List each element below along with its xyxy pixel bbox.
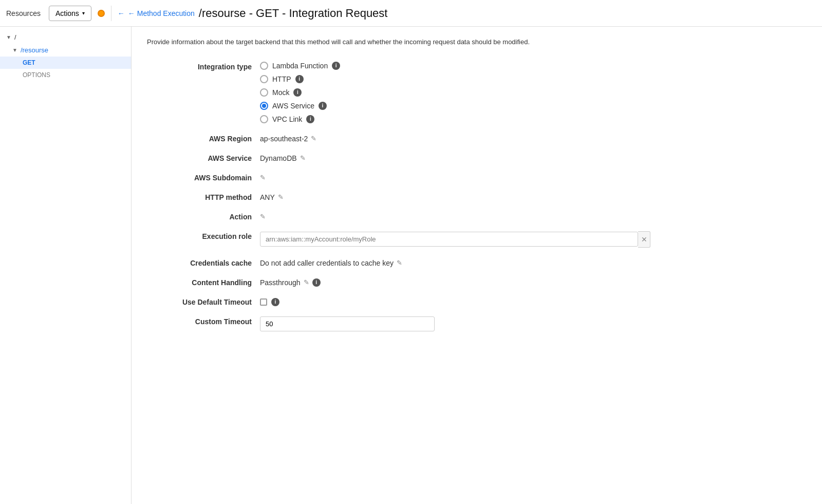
divider xyxy=(111,6,111,21)
sidebar-item-options[interactable]: OPTIONS xyxy=(0,69,131,81)
edit-credentials-cache-icon[interactable]: ✎ xyxy=(397,259,402,267)
credentials-cache-inline: Do not add caller credentials to cache k… xyxy=(260,258,402,267)
sidebar-item-root[interactable]: ▼ / xyxy=(0,31,131,44)
http-method-inline: ANY ✎ xyxy=(260,192,284,201)
execution-role-input-wrap: ✕ xyxy=(260,231,650,248)
custom-timeout-input[interactable] xyxy=(260,316,435,331)
radio-circle-mock xyxy=(260,88,268,97)
actions-button[interactable]: Actions ▾ xyxy=(49,6,91,21)
info-icon-http[interactable]: i xyxy=(295,75,304,83)
http-method-row: HTTP method ANY ✎ xyxy=(147,192,807,201)
action-inline: ✎ xyxy=(260,212,266,220)
status-dot-icon xyxy=(98,10,105,17)
aws-region-value-wrap: ap-southeast-2 ✎ xyxy=(260,134,807,143)
edit-aws-region-icon[interactable]: ✎ xyxy=(311,135,316,142)
use-default-timeout-value-wrap: i xyxy=(260,297,807,306)
integration-type-value: Lambda Function i HTTP i Mock i xyxy=(260,62,807,123)
sidebar-item-get-label: GET xyxy=(23,59,35,66)
execution-role-label: Execution role xyxy=(147,231,260,240)
info-icon-content-handling[interactable]: i xyxy=(312,278,321,287)
content-handling-inline: Passthrough ✎ i xyxy=(260,277,321,287)
aws-service-text: DynamoDB xyxy=(260,154,297,162)
use-default-timeout-label: Use Default Timeout xyxy=(147,297,260,306)
info-icon-aws-service[interactable]: i xyxy=(319,102,327,110)
radio-label-lambda: Lambda Function xyxy=(272,62,328,70)
custom-timeout-row: Custom Timeout xyxy=(147,316,807,331)
radio-group-integration-type: Lambda Function i HTTP i Mock i xyxy=(260,62,340,123)
sidebar-item-resource[interactable]: ▼ /resourse xyxy=(0,44,131,57)
aws-subdomain-inline: ✎ xyxy=(260,173,266,181)
radio-label-vpc-link: VPC Link xyxy=(272,115,302,123)
radio-circle-lambda xyxy=(260,62,268,70)
arrow-left-icon: ← xyxy=(118,9,125,17)
execution-role-input[interactable] xyxy=(260,232,638,247)
integration-type-label: Integration type xyxy=(147,62,260,71)
content-handling-label: Content Handling xyxy=(147,277,260,287)
aws-subdomain-label: AWS Subdomain xyxy=(147,173,260,182)
content-handling-value-wrap: Passthrough ✎ i xyxy=(260,277,807,287)
radio-vpc-link[interactable]: VPC Link i xyxy=(260,115,340,123)
aws-region-inline: ap-southeast-2 ✎ xyxy=(260,134,316,143)
aws-subdomain-value-wrap: ✎ xyxy=(260,173,807,181)
aws-service-value-wrap: DynamoDB ✎ xyxy=(260,153,807,162)
radio-mock[interactable]: Mock i xyxy=(260,88,340,97)
credentials-cache-row: Credentials cache Do not add caller cred… xyxy=(147,258,807,267)
page-title: /resourse - GET - Integration Request xyxy=(199,7,388,20)
execution-role-row: Execution role ✕ xyxy=(147,231,807,248)
edit-aws-service-icon[interactable]: ✎ xyxy=(300,154,306,162)
http-method-text: ANY xyxy=(260,193,275,201)
aws-service-row: AWS Service DynamoDB ✎ xyxy=(147,153,807,162)
clear-execution-role-button[interactable]: ✕ xyxy=(638,231,650,248)
clear-icon: ✕ xyxy=(641,235,647,244)
content-handling-row: Content Handling Passthrough ✎ i xyxy=(147,277,807,287)
radio-circle-aws-service xyxy=(260,102,268,110)
radio-lambda[interactable]: Lambda Function i xyxy=(260,62,340,70)
sidebar: ▼ / ▼ /resourse GET OPTIONS xyxy=(0,27,132,504)
aws-region-label: AWS Region xyxy=(147,134,260,143)
credentials-cache-value-wrap: Do not add caller credentials to cache k… xyxy=(260,258,807,267)
sidebar-item-resource-label: /resourse xyxy=(21,46,48,54)
content-handling-text: Passthrough xyxy=(260,278,301,287)
http-method-value-wrap: ANY ✎ xyxy=(260,192,807,201)
aws-subdomain-row: AWS Subdomain ✎ xyxy=(147,173,807,182)
radio-circle-vpc-link xyxy=(260,115,268,123)
radio-label-aws-service: AWS Service xyxy=(272,102,314,110)
integration-type-row: Integration type Lambda Function i HTTP … xyxy=(147,62,807,123)
sidebar-item-root-label: / xyxy=(14,33,16,41)
description-text: Provide information about the target bac… xyxy=(147,37,807,47)
custom-timeout-label: Custom Timeout xyxy=(147,316,260,326)
aws-region-text: ap-southeast-2 xyxy=(260,135,308,143)
caret-down-icon: ▼ xyxy=(6,34,11,40)
info-icon-vpc-link[interactable]: i xyxy=(306,115,314,123)
aws-region-row: AWS Region ap-southeast-2 ✎ xyxy=(147,134,807,143)
info-icon-lambda[interactable]: i xyxy=(332,62,340,70)
aws-service-label: AWS Service xyxy=(147,153,260,162)
dropdown-caret-icon: ▾ xyxy=(82,10,85,16)
action-label: Action xyxy=(147,212,260,221)
radio-circle-http xyxy=(260,75,268,83)
main-layout: ▼ / ▼ /resourse GET OPTIONS Provide info… xyxy=(0,27,822,504)
top-bar: Resources Actions ▾ ← ← Method Execution… xyxy=(0,0,822,27)
radio-http[interactable]: HTTP i xyxy=(260,75,340,83)
edit-content-handling-icon[interactable]: ✎ xyxy=(304,278,309,286)
breadcrumb: ← ← Method Execution /resourse - GET - I… xyxy=(118,7,388,20)
edit-http-method-icon[interactable]: ✎ xyxy=(278,193,284,201)
info-icon-use-default-timeout[interactable]: i xyxy=(271,298,279,306)
back-link[interactable]: ← ← Method Execution xyxy=(118,9,195,17)
content-area: Provide information about the target bac… xyxy=(132,27,822,504)
edit-action-icon[interactable]: ✎ xyxy=(260,213,266,220)
use-default-timeout-checkbox[interactable] xyxy=(260,298,267,306)
action-row: Action ✎ xyxy=(147,212,807,221)
caret-down-icon: ▼ xyxy=(12,47,17,53)
sidebar-item-get[interactable]: GET xyxy=(0,57,131,69)
edit-aws-subdomain-icon[interactable]: ✎ xyxy=(260,174,266,181)
custom-timeout-value-wrap xyxy=(260,316,807,331)
use-default-timeout-checkbox-wrap: i xyxy=(260,297,279,306)
use-default-timeout-row: Use Default Timeout i xyxy=(147,297,807,306)
info-icon-mock[interactable]: i xyxy=(293,88,302,97)
credentials-cache-label: Credentials cache xyxy=(147,258,260,267)
sidebar-item-options-label: OPTIONS xyxy=(23,71,50,79)
credentials-cache-text: Do not add caller credentials to cache k… xyxy=(260,259,394,267)
radio-aws-service[interactable]: AWS Service i xyxy=(260,102,340,110)
aws-service-inline: DynamoDB ✎ xyxy=(260,153,306,162)
